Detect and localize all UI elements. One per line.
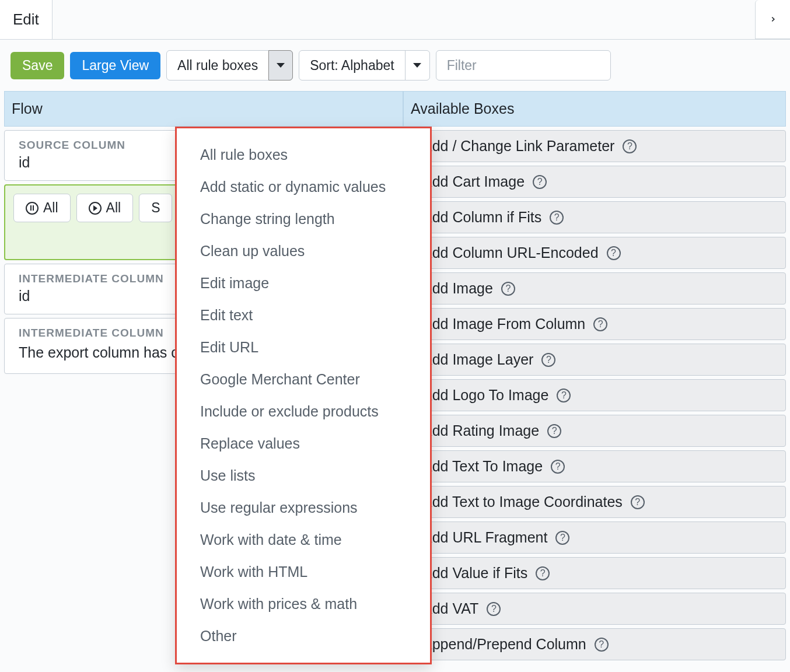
available-box-item[interactable]: Add URL Fragment? — [399, 522, 786, 554]
s-label: S — [151, 200, 160, 216]
help-icon[interactable]: ? — [487, 602, 501, 616]
box-name: Add Image Layer — [422, 351, 533, 368]
rule-boxes-select-caret[interactable] — [268, 50, 293, 80]
dropdown-item[interactable]: Include or exclude products — [177, 396, 430, 428]
filter-input[interactable] — [436, 50, 611, 80]
dropdown-item[interactable]: All rule boxes — [177, 139, 430, 171]
box-name: Add URL Fragment — [422, 529, 547, 546]
help-icon[interactable]: ? — [533, 175, 547, 189]
s-button[interactable]: S — [139, 194, 172, 222]
dropdown-item[interactable]: Change string length — [177, 203, 430, 235]
available-box-item[interactable]: Add Logo To Image? — [399, 379, 786, 411]
help-icon[interactable]: ? — [631, 495, 645, 509]
large-view-button[interactable]: Large View — [70, 52, 160, 79]
dropdown-item[interactable]: Work with HTML — [177, 556, 430, 588]
top-bar: Edit — [0, 0, 790, 40]
dropdown-item[interactable]: Edit image — [177, 267, 430, 299]
pause-all-button[interactable]: All — [13, 194, 71, 222]
content-area: SOURCE COLUMN id All All S Drop INTERMED — [0, 127, 790, 664]
available-box-item[interactable]: Add / Change Link Parameter? — [399, 130, 786, 162]
dropdown-item[interactable]: Edit text — [177, 299, 430, 331]
dropdown-item[interactable]: Use regular expressions — [177, 492, 430, 524]
dropdown-item[interactable]: Add static or dynamic values — [177, 171, 430, 203]
available-box-item[interactable]: Add Image? — [399, 272, 786, 304]
help-icon[interactable]: ? — [623, 139, 637, 153]
available-box-item[interactable]: Add VAT? — [399, 593, 786, 625]
sort-select-label[interactable]: Sort: Alphabet — [299, 51, 405, 80]
column-headers: Flow Available Boxes — [0, 91, 790, 127]
box-list: Add / Change Link Parameter?Add Cart Ima… — [399, 130, 786, 660]
edit-tab[interactable]: Edit — [0, 0, 53, 39]
box-name: Add Logo To Image — [422, 387, 548, 404]
save-button[interactable]: Save — [11, 52, 64, 79]
available-boxes-header: Available Boxes — [403, 91, 786, 127]
toolbar: Save Large View All rule boxes Sort: Alp… — [0, 40, 790, 91]
help-icon[interactable]: ? — [607, 246, 621, 260]
rule-boxes-select[interactable]: All rule boxes — [166, 50, 293, 80]
help-icon[interactable]: ? — [547, 424, 561, 438]
available-box-item[interactable]: Append/Prepend Column? — [399, 628, 786, 660]
dropdown-item[interactable]: Clean up values — [177, 235, 430, 267]
available-box-item[interactable]: Add Text To Image? — [399, 450, 786, 482]
dropdown-item[interactable]: Replace values — [177, 428, 430, 460]
box-name: Add Text to Image Coordinates — [422, 494, 623, 510]
available-boxes-column: Add / Change Link Parameter?Add Cart Ima… — [399, 127, 790, 664]
available-box-item[interactable]: Add Value if Fits? — [399, 557, 786, 589]
flow-header: Flow — [4, 91, 403, 127]
sort-select[interactable]: Sort: Alphabet — [299, 50, 430, 80]
chevron-right-icon — [769, 15, 777, 23]
help-icon[interactable]: ? — [595, 638, 609, 652]
box-name: Add / Change Link Parameter — [422, 138, 614, 155]
help-icon[interactable]: ? — [541, 353, 555, 367]
box-name: Add Image From Column — [422, 316, 585, 332]
box-name: Add Rating Image — [422, 422, 539, 439]
help-icon[interactable]: ? — [536, 566, 550, 580]
play-icon — [89, 202, 102, 215]
caret-down-icon — [413, 63, 421, 68]
sort-select-caret[interactable] — [405, 51, 429, 80]
help-icon[interactable]: ? — [550, 211, 564, 225]
available-box-item[interactable]: Add Column URL-Encoded? — [399, 237, 786, 269]
help-icon[interactable]: ? — [555, 531, 569, 545]
help-icon[interactable]: ? — [557, 388, 571, 402]
dropdown-item[interactable]: Google Merchant Center — [177, 363, 430, 396]
available-box-item[interactable]: Add Column if Fits? — [399, 201, 786, 233]
help-icon[interactable]: ? — [593, 317, 607, 331]
play-all-button[interactable]: All — [76, 194, 134, 222]
dropdown-item[interactable]: Other — [177, 620, 430, 652]
available-box-item[interactable]: Add Rating Image? — [399, 415, 786, 447]
caret-down-icon — [277, 63, 285, 68]
rule-boxes-select-label[interactable]: All rule boxes — [167, 51, 268, 80]
available-box-item[interactable]: Add Text to Image Coordinates? — [399, 486, 786, 518]
available-box-item[interactable]: Add Image Layer? — [399, 344, 786, 376]
pause-icon — [26, 202, 39, 215]
play-all-label: All — [106, 200, 121, 216]
available-box-item[interactable]: Add Image From Column? — [399, 308, 786, 340]
dropdown-item[interactable]: Work with date & time — [177, 524, 430, 556]
help-icon[interactable]: ? — [551, 460, 565, 474]
box-name: Add Column if Fits — [422, 209, 541, 226]
pause-all-label: All — [43, 200, 58, 216]
box-name: Add Column URL-Encoded — [422, 244, 599, 261]
box-name: Append/Prepend Column — [422, 636, 586, 653]
box-name: Add Cart Image — [422, 173, 525, 190]
dropdown-item[interactable]: Work with prices & math — [177, 588, 430, 620]
box-name: Add Image — [422, 280, 493, 297]
available-box-item[interactable]: Add Cart Image? — [399, 166, 786, 198]
help-icon[interactable]: ? — [501, 282, 515, 296]
box-name: Add Value if Fits — [422, 565, 527, 582]
expand-button[interactable] — [755, 0, 790, 39]
rule-boxes-dropdown[interactable]: All rule boxesAdd static or dynamic valu… — [175, 127, 432, 664]
box-name: Add Text To Image — [422, 458, 543, 475]
dropdown-item[interactable]: Use lists — [177, 460, 430, 492]
dropdown-item[interactable]: Edit URL — [177, 331, 430, 363]
